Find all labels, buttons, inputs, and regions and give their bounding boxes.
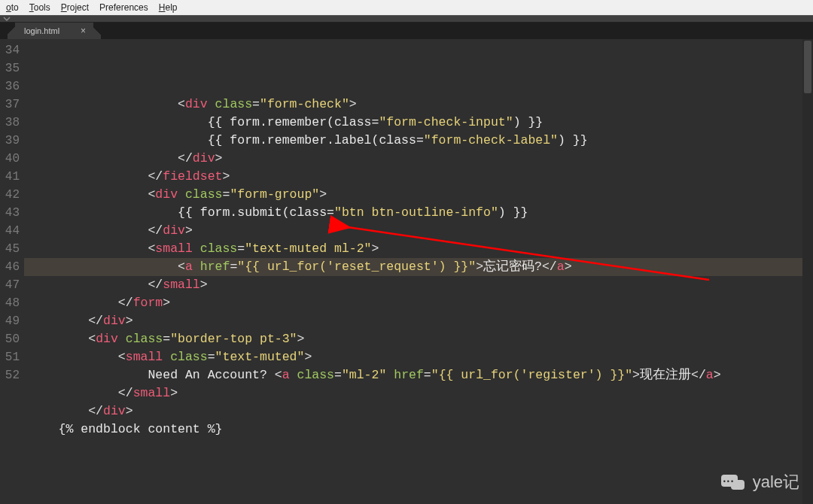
menu-help[interactable]: Help — [154, 1, 182, 14]
code-line[interactable]: {{ form.remember.label(class="form-check… — [24, 132, 813, 150]
code-line[interactable]: </div> — [24, 402, 813, 421]
menu-goto[interactable]: oto — [2, 1, 23, 14]
toolbar-strip — [0, 15, 813, 23]
tab-login-html[interactable]: login.html × — [15, 23, 93, 39]
code-line[interactable]: <div class="border-top pt-3"> — [24, 330, 813, 348]
tab-close-icon[interactable]: × — [81, 26, 86, 35]
code-line[interactable]: </div> — [24, 150, 813, 168]
vertical-scrollbar[interactable] — [802, 39, 813, 504]
line-number-gutter: 34353637383940414243444546474849505152 — [0, 39, 24, 504]
code-line[interactable]: <div class="form-check"> — [24, 96, 813, 114]
code-line[interactable]: {% endblock content %} — [24, 421, 813, 439]
menu-tools[interactable]: Tools — [25, 1, 55, 14]
code-line[interactable]: </small> — [24, 384, 813, 402]
menu-project[interactable]: Project — [56, 1, 93, 14]
wechat-icon: ••• — [721, 472, 747, 493]
watermark: ••• yale记 — [721, 471, 799, 493]
code-line[interactable]: <a href="{{ url_for('reset_request') }}"… — [24, 258, 813, 276]
code-area[interactable]: <div class="form-check"> {{ form.remembe… — [24, 39, 813, 504]
code-line[interactable]: <small class="text-muted"> — [24, 348, 813, 366]
code-editor[interactable]: 34353637383940414243444546474849505152 <… — [0, 39, 813, 504]
code-line[interactable]: {{ form.remember(class="form-check-input… — [24, 114, 813, 132]
code-line[interactable]: </fieldset> — [24, 168, 813, 186]
code-line[interactable]: Need An Account? <a class="ml-2" href="{… — [24, 366, 813, 384]
scrollbar-thumb[interactable] — [804, 41, 811, 93]
code-line[interactable]: </small> — [24, 276, 813, 294]
code-line[interactable]: </form> — [24, 294, 813, 312]
menu-bar: oto Tools Project Preferences Help — [0, 0, 813, 15]
code-line[interactable]: {{ form.submit(class="btn btn-outline-in… — [24, 204, 813, 222]
code-line[interactable]: <small class="text-muted ml-2"> — [24, 240, 813, 258]
tab-bar: login.html × — [0, 23, 813, 39]
watermark-text: yale记 — [753, 471, 799, 493]
dropdown-arrow-icon[interactable] — [3, 15, 11, 23]
code-line[interactable]: </div> — [24, 312, 813, 330]
code-line[interactable]: <div class="form-group"> — [24, 186, 813, 204]
code-line[interactable]: </div> — [24, 222, 813, 240]
tab-label: login.html — [24, 26, 59, 35]
menu-preferences[interactable]: Preferences — [95, 1, 153, 14]
